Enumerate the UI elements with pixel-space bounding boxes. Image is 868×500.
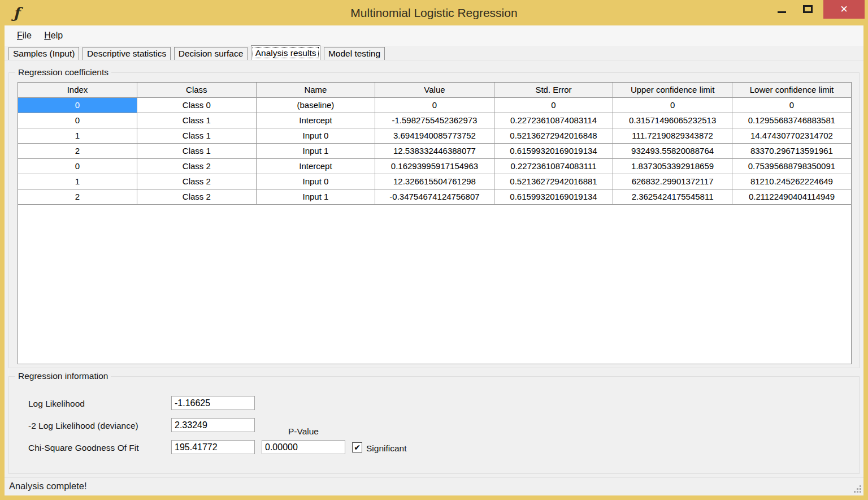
close-button[interactable]: ✕ [823,0,865,19]
table-cell[interactable]: 2 [18,143,137,158]
menu-bar: File Help [5,25,863,46]
tab-analysis-results[interactable]: Analysis results [251,45,321,60]
table-cell[interactable]: 0 [494,97,613,113]
table-cell[interactable]: 932493.55820088764 [613,143,732,158]
chi-square-field[interactable] [171,440,255,454]
table-cell[interactable]: 1 [18,174,137,189]
table-cell[interactable]: Class 1 [137,113,257,128]
client-area: File Help Samples (Input) Descriptive st… [5,25,863,495]
table-cell[interactable]: Input 0 [256,174,375,189]
column-header[interactable]: Upper confidence limit [613,83,732,97]
table-row: 1Class 2Input 012.3266155047612980.52136… [18,174,851,189]
table-cell[interactable]: 0 [613,97,732,113]
close-icon: ✕ [840,4,848,15]
table-cell[interactable]: 0.22723610874083111 [494,158,613,174]
table-cell[interactable]: Class 1 [137,128,257,143]
table-cell[interactable]: Input 1 [256,189,375,204]
table-row: 2Class 2Input 1-0.347546741247568070.615… [18,189,851,204]
table-row: 0Class 2Intercept0.162939959171549630.22… [18,158,851,174]
table-cell[interactable]: 0.12955683746883581 [732,113,851,128]
table-cell[interactable]: 0.61599320169019134 [494,189,613,204]
table-cell[interactable]: 0 [18,158,137,174]
table-cell[interactable]: 0.31571496065232513 [613,113,732,128]
tab-samples-input[interactable]: Samples (Input) [8,47,79,60]
menu-file[interactable]: File [12,29,37,42]
table-cell[interactable]: Class 2 [137,174,257,189]
table-cell[interactable]: 0.52136272942016881 [494,174,613,189]
table-cell[interactable]: 0 [732,97,851,113]
significant-label: Significant [366,443,407,454]
tab-descriptive-statistics[interactable]: Descriptive statistics [83,47,171,60]
table-row: 1Class 1Input 03.69419400857737520.52136… [18,128,851,143]
title-bar: ƒ Multinomial Logistic Regression ✕ [0,0,868,25]
log-likelihood-label: Log Likelihood [28,399,85,409]
table-cell[interactable]: 0.16293995917154963 [375,158,494,174]
p-value-field[interactable] [262,440,345,454]
grid-header-row: IndexClassNameValueStd. ErrorUpper confi… [18,83,851,97]
table-cell[interactable]: Intercept [256,158,375,174]
table-cell[interactable]: Class 2 [137,158,257,174]
table-cell[interactable]: 0.61599320169019134 [494,143,613,158]
log-likelihood-field[interactable] [171,396,255,410]
table-cell[interactable]: Input 0 [256,128,375,143]
checkmark-icon: ✔ [354,443,361,452]
table-cell[interactable]: 0 [375,97,494,113]
app-window: ƒ Multinomial Logistic Regression ✕ File… [0,0,868,500]
table-cell[interactable]: 12.538332446388077 [375,143,494,158]
column-header[interactable]: Name [256,83,375,97]
column-header[interactable]: Class [137,83,257,97]
table-cell[interactable]: 0 [18,97,137,113]
table-cell[interactable]: 0.52136272942016848 [494,128,613,143]
resize-grip-icon[interactable] [854,485,862,493]
maximize-icon [803,5,813,13]
regression-coefficients-title: Regression coefficients [15,67,111,77]
column-header[interactable]: Lower confidence limit [732,83,851,97]
coefficients-table: IndexClassNameValueStd. ErrorUpper confi… [18,83,851,205]
table-cell[interactable]: 1.8373053392918659 [613,158,732,174]
table-cell[interactable]: 0 [18,113,137,128]
table-cell[interactable]: 2.3625424175545811 [613,189,732,204]
grid-body: 0Class 0(baseline)00000Class 1Intercept-… [18,97,851,204]
table-cell[interactable]: (baseline) [256,97,375,113]
table-cell[interactable]: Input 1 [256,143,375,158]
menu-help[interactable]: Help [39,29,68,42]
column-header[interactable]: Std. Error [494,83,613,97]
table-cell[interactable]: 3.6941940085773752 [375,128,494,143]
table-cell[interactable]: Class 1 [137,143,257,158]
table-cell[interactable]: 0.21122490404114949 [732,189,851,204]
table-cell[interactable]: 14.474307702314702 [732,128,851,143]
column-header[interactable]: Value [375,83,494,97]
table-cell[interactable]: 111.72190829343872 [613,128,732,143]
window-title: Multinomial Logistic Regression [0,0,868,25]
table-cell[interactable]: 626832.29901372117 [613,174,732,189]
table-row: 0Class 1Intercept-1.59827554523629730.22… [18,113,851,128]
significant-checkbox[interactable]: ✔ [352,442,362,452]
table-cell[interactable]: Intercept [256,113,375,128]
deviance-label: -2 Log Likelihood (deviance) [28,421,138,431]
maximize-button[interactable] [795,0,821,19]
regression-coefficients-group: Regression coefficients IndexClassNameVa… [8,72,860,368]
table-cell[interactable]: 1 [18,128,137,143]
p-value-label: P-Value [262,426,345,437]
table-cell[interactable]: Class 2 [137,189,257,204]
status-bar: Analysis complete! [5,477,863,495]
status-text: Analysis complete! [9,481,87,492]
table-cell[interactable]: -1.5982755452362973 [375,113,494,128]
table-cell[interactable]: 0.75395688798350091 [732,158,851,174]
table-cell[interactable]: 12.326615504761298 [375,174,494,189]
deviance-field[interactable] [171,418,255,432]
table-row: 0Class 0(baseline)0000 [18,97,851,113]
table-cell[interactable]: 83370.296713591961 [732,143,851,158]
minimize-button[interactable] [769,0,795,19]
table-cell[interactable]: 81210.245262224649 [732,174,851,189]
table-cell[interactable]: Class 0 [137,97,257,113]
tab-strip: Samples (Input) Descriptive statistics D… [8,47,385,61]
coefficients-grid[interactable]: IndexClassNameValueStd. ErrorUpper confi… [18,82,852,364]
table-cell[interactable]: 0.22723610874083114 [494,113,613,128]
tab-model-testing[interactable]: Model testing [324,47,385,60]
table-cell[interactable]: -0.34754674124756807 [375,189,494,204]
column-header[interactable]: Index [18,83,137,97]
minimize-icon [778,11,786,13]
tab-decision-surface[interactable]: Decision surface [174,47,248,60]
table-cell[interactable]: 2 [18,189,137,204]
